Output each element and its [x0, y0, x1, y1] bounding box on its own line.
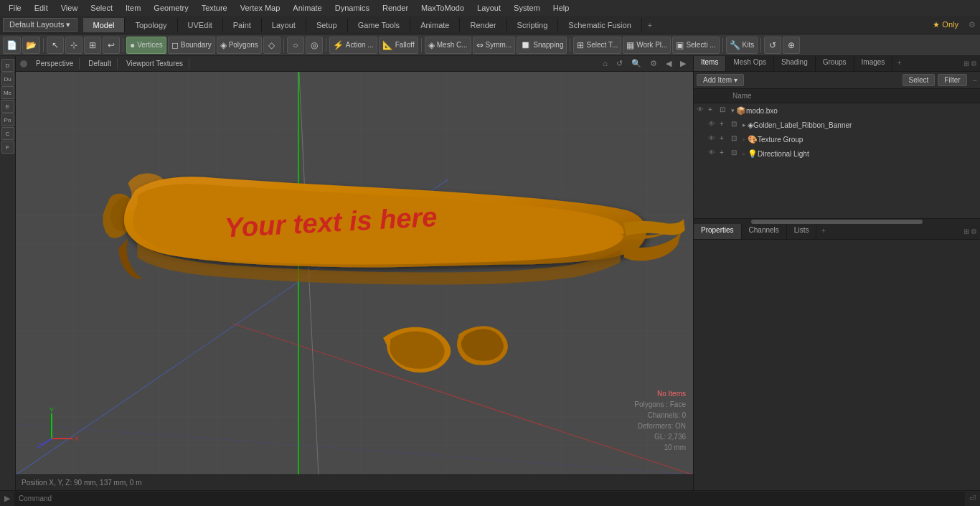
eye-icon-3[interactable]: 👁: [708, 149, 718, 159]
maximize-view-button[interactable]: ⊕: [783, 37, 800, 54]
polygons-mode-button[interactable]: ◈ Polygons: [217, 37, 262, 54]
items-minus-icon[interactable]: −: [973, 76, 977, 85]
props-settings-icon[interactable]: ⚙: [971, 228, 977, 235]
circle2-tool-button[interactable]: ◎: [306, 37, 323, 54]
render-icon-2[interactable]: ⊡: [731, 134, 741, 144]
new-scene-button[interactable]: 📄: [3, 37, 21, 54]
menu-dynamics[interactable]: Dynamics: [329, 2, 375, 14]
command-input[interactable]: [14, 492, 965, 506]
viewport-textures[interactable]: Viewport Textures: [121, 58, 189, 69]
panel-settings-icon[interactable]: ⚙: [971, 60, 977, 67]
tab-uvedit[interactable]: UVEdit: [178, 18, 223, 32]
lock-icon-2[interactable]: +: [720, 134, 730, 144]
tab-shading[interactable]: Shading: [774, 56, 816, 71]
viewport-gear-icon[interactable]: ⚙: [647, 57, 660, 70]
work-plane-button[interactable]: ▦ Work Pl...: [623, 37, 671, 54]
expand-icon-3[interactable]: ▸: [743, 150, 746, 157]
viewport-home-icon[interactable]: ⌂: [600, 57, 611, 70]
tab-schematic-fusion[interactable]: Schematic Fusion: [558, 18, 641, 32]
sidebar-toggle-5[interactable]: Po: [1, 113, 14, 126]
menu-render[interactable]: Render: [377, 2, 414, 14]
item-golden-label[interactable]: 👁 + ⊡ ▸ ◈ Golden_Label_Ribbon_Banner: [694, 118, 980, 132]
expand-icon-1[interactable]: ▸: [743, 121, 746, 128]
item-texture-group[interactable]: 👁 + ⊡ ▸ 🎨 Texture Group: [694, 132, 980, 146]
viewport-zoom-icon[interactable]: 🔍: [628, 57, 644, 70]
tab-lists[interactable]: Lists: [787, 224, 817, 239]
tab-images[interactable]: Images: [854, 56, 893, 71]
lock-icon-0[interactable]: +: [708, 106, 718, 116]
menu-animate[interactable]: Animate: [287, 2, 327, 14]
viewport-prev-icon[interactable]: ◀: [663, 57, 674, 70]
expand-icon-2[interactable]: ▸: [743, 136, 746, 143]
viewport-default[interactable]: Default: [83, 58, 118, 69]
eye-icon-0[interactable]: 👁: [697, 106, 707, 116]
item-modo-bxo[interactable]: 👁 + ⊡ ▾ 📦 modo.bxo: [694, 103, 980, 118]
props-tab-add[interactable]: +: [816, 224, 829, 239]
rotate-view-button[interactable]: ↺: [764, 37, 781, 54]
tab-groups[interactable]: Groups: [816, 56, 854, 71]
boundary-mode-button[interactable]: ◻ Boundary: [168, 37, 215, 54]
menu-vertex-map[interactable]: Vertex Map: [235, 2, 286, 14]
viewport-perspective[interactable]: Perspective: [30, 58, 80, 69]
render-icon-0[interactable]: ⊡: [720, 106, 730, 116]
menu-system[interactable]: System: [508, 2, 546, 14]
mesh-component-button[interactable]: ◈ Mesh C...: [425, 37, 471, 54]
render-icon-3[interactable]: ⊡: [731, 149, 741, 159]
selection-type-button[interactable]: ↖: [47, 37, 64, 54]
layout-settings-icon[interactable]: ⚙: [964, 19, 980, 31]
tab-properties[interactable]: Properties: [694, 224, 742, 239]
tab-game-tools[interactable]: Game Tools: [348, 18, 411, 32]
menu-texture[interactable]: Texture: [196, 2, 233, 14]
tab-model[interactable]: Model: [83, 18, 126, 32]
selection-button[interactable]: ▣ Selecti ...: [672, 37, 719, 54]
circle-tool-button[interactable]: ○: [287, 37, 304, 54]
items-scrollbar[interactable]: [694, 218, 980, 224]
eye-icon-1[interactable]: 👁: [708, 120, 718, 130]
viewport-dot[interactable]: [20, 60, 27, 67]
sidebar-toggle-3[interactable]: Me: [1, 86, 14, 99]
command-arrow-icon[interactable]: ▶: [0, 494, 14, 503]
snapping-toggle[interactable]: ⊞: [84, 37, 101, 54]
tab-topology[interactable]: Topology: [125, 18, 177, 32]
expand-icon-0[interactable]: ▾: [731, 107, 735, 114]
sidebar-toggle-7[interactable]: F: [1, 141, 14, 154]
menu-file[interactable]: File: [3, 2, 27, 14]
props-expand-icon[interactable]: ⊞: [963, 228, 969, 235]
menu-geometry[interactable]: Geometry: [148, 2, 194, 14]
lock-icon-3[interactable]: +: [720, 149, 730, 159]
items-select-button[interactable]: Select: [903, 74, 936, 86]
menu-view[interactable]: View: [55, 2, 84, 14]
sidebar-toggle-4[interactable]: E: [1, 100, 14, 113]
tab-paint[interactable]: Paint: [223, 18, 262, 32]
mesh-mode-button[interactable]: ◇: [263, 37, 281, 54]
render-icon-1[interactable]: ⊡: [731, 120, 741, 130]
action-tool-button[interactable]: ⚡ Action ...: [329, 37, 377, 54]
menu-help[interactable]: Help: [547, 2, 575, 14]
menu-layout[interactable]: Layout: [471, 2, 507, 14]
tab-setup[interactable]: Setup: [306, 18, 348, 32]
item-directional-light[interactable]: 👁 + ⊡ ▸ 💡 Directional Light: [694, 146, 980, 161]
sidebar-toggle-6[interactable]: C: [1, 127, 14, 140]
panel-expand-icon[interactable]: ⊞: [963, 60, 969, 67]
eye-icon-2[interactable]: 👁: [708, 134, 718, 144]
menu-item[interactable]: Item: [120, 2, 146, 14]
snapping-button[interactable]: 🔲 Snapping: [517, 37, 567, 54]
tab-mesh-ops[interactable]: Mesh Ops: [726, 56, 774, 71]
select-tool-button[interactable]: ⊞ Select T...: [573, 37, 621, 54]
viewport-3d[interactable]: Your text is here No: [16, 72, 693, 474]
menu-edit[interactable]: Edit: [29, 2, 54, 14]
command-send-icon[interactable]: ⏎: [965, 494, 980, 503]
tab-animate[interactable]: Animate: [410, 18, 460, 32]
tab-scripting[interactable]: Scripting: [507, 18, 559, 32]
open-button[interactable]: 📂: [22, 37, 40, 54]
viewport-next-icon[interactable]: ▶: [677, 57, 689, 70]
add-item-button[interactable]: Add Item ▾: [697, 74, 744, 86]
menu-select[interactable]: Select: [85, 2, 118, 14]
viewport-rotate-icon[interactable]: ↺: [613, 57, 626, 70]
tab-layout[interactable]: Layout: [262, 18, 306, 32]
lock-icon-1[interactable]: +: [720, 120, 730, 130]
default-layouts-dropdown[interactable]: Default Layouts ▾: [3, 18, 77, 32]
kits-button[interactable]: 🔧 Kits: [726, 37, 758, 54]
sidebar-toggle-1[interactable]: D: [1, 59, 14, 72]
items-filter-button[interactable]: Filter: [938, 74, 966, 86]
